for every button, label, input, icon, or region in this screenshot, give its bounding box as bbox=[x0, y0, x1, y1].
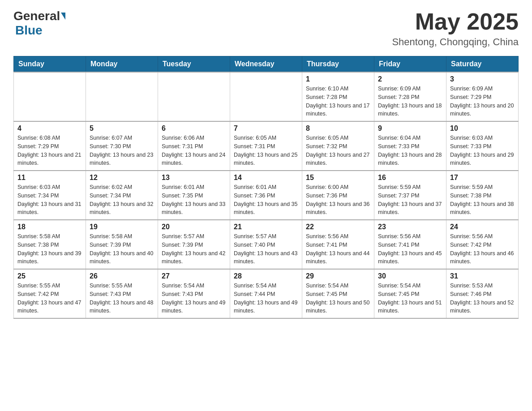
day-info: Sunrise: 5:57 AMSunset: 7:39 PMDaylight:… bbox=[162, 232, 226, 266]
logo: General Blue bbox=[13, 9, 66, 38]
calendar-cell: 10Sunrise: 6:03 AMSunset: 7:33 PMDayligh… bbox=[446, 121, 519, 171]
day-info: Sunrise: 6:07 AMSunset: 7:30 PMDaylight:… bbox=[90, 134, 154, 167]
calendar-cell: 14Sunrise: 6:01 AMSunset: 7:36 PMDayligh… bbox=[230, 171, 302, 220]
day-info: Sunrise: 5:54 AMSunset: 7:45 PMDaylight:… bbox=[378, 282, 442, 315]
calendar-cell: 26Sunrise: 5:55 AMSunset: 7:43 PMDayligh… bbox=[86, 269, 158, 318]
calendar-cell: 22Sunrise: 5:56 AMSunset: 7:41 PMDayligh… bbox=[302, 220, 374, 269]
day-number: 21 bbox=[234, 223, 298, 231]
day-info: Sunrise: 6:08 AMSunset: 7:29 PMDaylight:… bbox=[17, 134, 82, 167]
day-info: Sunrise: 5:54 AMSunset: 7:43 PMDaylight:… bbox=[162, 282, 226, 315]
day-info: Sunrise: 6:01 AMSunset: 7:36 PMDaylight:… bbox=[234, 183, 298, 217]
column-header-sunday: Sunday bbox=[14, 56, 86, 73]
day-info: Sunrise: 5:55 AMSunset: 7:42 PMDaylight:… bbox=[17, 282, 82, 315]
column-header-tuesday: Tuesday bbox=[158, 56, 230, 73]
day-number: 30 bbox=[378, 272, 442, 280]
calendar-cell: 2Sunrise: 6:09 AMSunset: 7:28 PMDaylight… bbox=[374, 72, 446, 121]
column-header-thursday: Thursday bbox=[302, 56, 374, 73]
page-header: General Blue May 2025 Shentong, Chongqin… bbox=[13, 9, 519, 48]
calendar-cell: 27Sunrise: 5:54 AMSunset: 7:43 PMDayligh… bbox=[158, 269, 230, 318]
day-number: 15 bbox=[306, 174, 370, 182]
day-info: Sunrise: 6:05 AMSunset: 7:31 PMDaylight:… bbox=[234, 134, 298, 167]
calendar-table: SundayMondayTuesdayWednesdayThursdayFrid… bbox=[13, 56, 519, 319]
day-info: Sunrise: 6:09 AMSunset: 7:28 PMDaylight:… bbox=[378, 85, 442, 118]
day-info: Sunrise: 6:05 AMSunset: 7:32 PMDaylight:… bbox=[306, 134, 370, 167]
calendar-cell: 25Sunrise: 5:55 AMSunset: 7:42 PMDayligh… bbox=[14, 269, 86, 318]
day-number: 8 bbox=[306, 124, 370, 133]
day-number: 17 bbox=[450, 174, 515, 182]
day-number: 2 bbox=[378, 75, 442, 83]
calendar-cell bbox=[158, 72, 230, 121]
calendar-week-row: 1Sunrise: 6:10 AMSunset: 7:28 PMDaylight… bbox=[14, 72, 519, 121]
day-number: 18 bbox=[17, 223, 82, 231]
title-section: May 2025 Shentong, Chongqing, China bbox=[392, 9, 519, 48]
calendar-cell: 28Sunrise: 5:54 AMSunset: 7:44 PMDayligh… bbox=[230, 269, 302, 318]
day-number: 29 bbox=[306, 272, 370, 280]
calendar-cell: 29Sunrise: 5:54 AMSunset: 7:45 PMDayligh… bbox=[302, 269, 374, 318]
month-title: May 2025 bbox=[392, 9, 519, 34]
day-number: 14 bbox=[234, 174, 298, 182]
day-number: 1 bbox=[306, 75, 370, 83]
day-info: Sunrise: 6:06 AMSunset: 7:31 PMDaylight:… bbox=[162, 134, 226, 167]
calendar-cell: 1Sunrise: 6:10 AMSunset: 7:28 PMDaylight… bbox=[302, 72, 374, 121]
calendar-week-row: 18Sunrise: 5:58 AMSunset: 7:38 PMDayligh… bbox=[14, 220, 519, 269]
calendar-cell: 16Sunrise: 5:59 AMSunset: 7:37 PMDayligh… bbox=[374, 171, 446, 220]
column-header-saturday: Saturday bbox=[446, 56, 519, 73]
calendar-cell: 24Sunrise: 5:56 AMSunset: 7:42 PMDayligh… bbox=[446, 220, 519, 269]
day-number: 12 bbox=[90, 174, 154, 182]
calendar-cell: 11Sunrise: 6:03 AMSunset: 7:34 PMDayligh… bbox=[14, 171, 86, 220]
logo-blue-text: Blue bbox=[15, 23, 43, 37]
day-number: 16 bbox=[378, 174, 442, 182]
column-header-monday: Monday bbox=[86, 56, 158, 73]
day-info: Sunrise: 6:09 AMSunset: 7:29 PMDaylight:… bbox=[450, 85, 515, 118]
day-number: 28 bbox=[234, 272, 298, 280]
day-info: Sunrise: 6:01 AMSunset: 7:35 PMDaylight:… bbox=[162, 183, 226, 217]
day-info: Sunrise: 5:56 AMSunset: 7:42 PMDaylight:… bbox=[450, 232, 515, 266]
calendar-cell: 30Sunrise: 5:54 AMSunset: 7:45 PMDayligh… bbox=[374, 269, 446, 318]
calendar-cell: 31Sunrise: 5:53 AMSunset: 7:46 PMDayligh… bbox=[446, 269, 519, 318]
day-info: Sunrise: 5:54 AMSunset: 7:45 PMDaylight:… bbox=[306, 282, 370, 315]
calendar-cell: 7Sunrise: 6:05 AMSunset: 7:31 PMDaylight… bbox=[230, 121, 302, 171]
column-header-friday: Friday bbox=[374, 56, 446, 73]
day-info: Sunrise: 5:57 AMSunset: 7:40 PMDaylight:… bbox=[234, 232, 298, 266]
logo-general-text: General bbox=[13, 9, 60, 23]
day-number: 24 bbox=[450, 223, 515, 231]
day-info: Sunrise: 5:55 AMSunset: 7:43 PMDaylight:… bbox=[90, 282, 154, 315]
calendar-cell: 17Sunrise: 5:59 AMSunset: 7:38 PMDayligh… bbox=[446, 171, 519, 220]
day-info: Sunrise: 6:10 AMSunset: 7:28 PMDaylight:… bbox=[306, 85, 370, 118]
day-info: Sunrise: 5:56 AMSunset: 7:41 PMDaylight:… bbox=[378, 232, 442, 266]
calendar-header-row: SundayMondayTuesdayWednesdayThursdayFrid… bbox=[14, 56, 519, 73]
day-number: 7 bbox=[234, 124, 298, 133]
calendar-week-row: 25Sunrise: 5:55 AMSunset: 7:42 PMDayligh… bbox=[14, 269, 519, 318]
day-info: Sunrise: 5:59 AMSunset: 7:37 PMDaylight:… bbox=[378, 183, 442, 217]
day-number: 3 bbox=[450, 75, 515, 83]
calendar-cell bbox=[230, 72, 302, 121]
day-number: 25 bbox=[17, 272, 82, 280]
day-info: Sunrise: 6:02 AMSunset: 7:34 PMDaylight:… bbox=[90, 183, 154, 217]
day-info: Sunrise: 6:03 AMSunset: 7:33 PMDaylight:… bbox=[450, 134, 515, 167]
calendar-cell: 9Sunrise: 6:04 AMSunset: 7:33 PMDaylight… bbox=[374, 121, 446, 171]
calendar-cell: 8Sunrise: 6:05 AMSunset: 7:32 PMDaylight… bbox=[302, 121, 374, 171]
day-number: 26 bbox=[90, 272, 154, 280]
logo-triangle-icon bbox=[61, 13, 65, 20]
day-number: 22 bbox=[306, 223, 370, 231]
day-info: Sunrise: 5:59 AMSunset: 7:38 PMDaylight:… bbox=[450, 183, 515, 217]
day-info: Sunrise: 6:00 AMSunset: 7:36 PMDaylight:… bbox=[306, 183, 370, 217]
day-number: 4 bbox=[17, 124, 82, 133]
day-number: 20 bbox=[162, 223, 226, 231]
calendar-cell: 23Sunrise: 5:56 AMSunset: 7:41 PMDayligh… bbox=[374, 220, 446, 269]
calendar-cell: 13Sunrise: 6:01 AMSunset: 7:35 PMDayligh… bbox=[158, 171, 230, 220]
day-number: 23 bbox=[378, 223, 442, 231]
day-number: 6 bbox=[162, 124, 226, 133]
day-number: 13 bbox=[162, 174, 226, 182]
day-number: 19 bbox=[90, 223, 154, 231]
calendar-cell: 6Sunrise: 6:06 AMSunset: 7:31 PMDaylight… bbox=[158, 121, 230, 171]
day-number: 9 bbox=[378, 124, 442, 133]
day-info: Sunrise: 5:56 AMSunset: 7:41 PMDaylight:… bbox=[306, 232, 370, 266]
calendar-cell: 19Sunrise: 5:58 AMSunset: 7:39 PMDayligh… bbox=[86, 220, 158, 269]
calendar-cell: 20Sunrise: 5:57 AMSunset: 7:39 PMDayligh… bbox=[158, 220, 230, 269]
location-text: Shentong, Chongqing, China bbox=[392, 36, 519, 48]
day-number: 5 bbox=[90, 124, 154, 133]
calendar-week-row: 4Sunrise: 6:08 AMSunset: 7:29 PMDaylight… bbox=[14, 121, 519, 171]
column-header-wednesday: Wednesday bbox=[230, 56, 302, 73]
calendar-cell: 15Sunrise: 6:00 AMSunset: 7:36 PMDayligh… bbox=[302, 171, 374, 220]
